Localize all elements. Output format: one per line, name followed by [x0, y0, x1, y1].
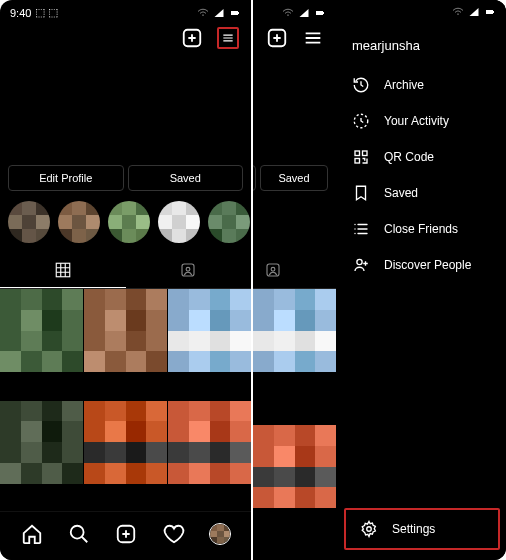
post-thumbnail[interactable]: [253, 425, 336, 508]
post-thumbnail[interactable]: [84, 401, 167, 484]
post-thumbnail[interactable]: [168, 401, 251, 484]
plus-square-icon: [115, 523, 137, 545]
nav-activity[interactable]: [162, 522, 186, 546]
list-icon: [352, 220, 370, 238]
story-highlights-row: [253, 201, 336, 253]
clock: 9:40: [10, 7, 31, 19]
edit-profile-button[interactable]: Edit Profile: [253, 165, 256, 191]
qr-icon: [352, 148, 370, 166]
signal-icon: [298, 7, 310, 19]
svg-rect-8: [316, 11, 323, 15]
menu-label: QR Code: [384, 150, 434, 164]
menu-item-archive[interactable]: Archive: [338, 67, 506, 103]
profile-tabs: [0, 253, 251, 289]
post-thumbnail[interactable]: [0, 289, 83, 372]
status-bar: 9:40 ⬚ ⬚: [253, 0, 336, 21]
new-post-button[interactable]: [266, 27, 288, 49]
saved-button[interactable]: Saved: [260, 165, 328, 191]
menu-label: Discover People: [384, 258, 471, 272]
new-post-button[interactable]: [181, 27, 203, 49]
heart-icon: [163, 523, 185, 545]
post-thumbnail[interactable]: [168, 289, 251, 372]
svg-rect-3: [56, 263, 70, 277]
svg-rect-18: [363, 151, 368, 156]
tagged-icon: [179, 261, 197, 279]
wifi-icon: [197, 7, 209, 19]
story-highlight[interactable]: [58, 201, 100, 243]
menu-item-discover[interactable]: Discover People: [338, 247, 506, 283]
story-highlight[interactable]: [208, 201, 250, 243]
menu-label: Your Activity: [384, 114, 449, 128]
menu-label: Archive: [384, 78, 424, 92]
battery-icon: [229, 7, 241, 19]
discover-icon: [352, 256, 370, 274]
activity-icon: [352, 112, 370, 130]
nav-new[interactable]: [114, 522, 138, 546]
bookmark-icon: [352, 184, 370, 202]
post-thumbnail[interactable]: [0, 401, 83, 484]
menu-item-settings[interactable]: Settings: [344, 508, 500, 550]
svg-point-5: [186, 267, 190, 271]
wifi-icon: [282, 7, 294, 19]
post-thumbnail[interactable]: [84, 289, 167, 372]
story-highlight[interactable]: [158, 201, 200, 243]
tab-tagged[interactable]: [126, 253, 252, 288]
nav-search[interactable]: [67, 522, 91, 546]
tagged-icon: [264, 261, 282, 279]
home-icon: [21, 523, 43, 545]
post-thumbnail[interactable]: [253, 289, 336, 372]
saved-button[interactable]: Saved: [128, 165, 244, 191]
svg-rect-15: [493, 11, 494, 13]
signal-icon: [468, 6, 480, 18]
profile-action-row: Edit Profile Saved: [253, 165, 336, 191]
archive-icon: [352, 76, 370, 94]
nav-profile[interactable]: [209, 523, 231, 545]
menu-label: Settings: [392, 522, 435, 536]
tab-tagged[interactable]: [253, 253, 336, 288]
svg-rect-19: [355, 159, 360, 164]
menu-item-activity[interactable]: Your Activity: [338, 103, 506, 139]
menu-label: Close Friends: [384, 222, 458, 236]
posts-grid: [253, 289, 336, 560]
status-bar: 9:40 ⬚ ⬚: [0, 0, 251, 21]
signal-icon: [213, 7, 225, 19]
svg-rect-17: [355, 151, 360, 156]
svg-rect-4: [182, 264, 194, 276]
svg-point-21: [367, 527, 372, 532]
svg-point-20: [357, 259, 362, 264]
menu-username: mearjunsha: [338, 32, 506, 67]
tab-grid[interactable]: [0, 253, 126, 288]
profile-tabs: [253, 253, 336, 289]
svg-point-6: [71, 526, 84, 539]
story-highlight[interactable]: [8, 201, 50, 243]
menu-item-saved[interactable]: Saved: [338, 175, 506, 211]
hamburger-menu-button[interactable]: [302, 27, 324, 49]
wifi-icon: [452, 6, 464, 18]
shifted-profile-content: 9:40 ⬚ ⬚ Edit Profile Saved: [253, 0, 336, 560]
svg-rect-0: [231, 11, 238, 15]
nav-home[interactable]: [20, 522, 44, 546]
grid-icon: [54, 261, 72, 279]
menu-item-close-friends[interactable]: Close Friends: [338, 211, 506, 247]
story-highlights-row: [0, 201, 251, 253]
menu-label: Saved: [384, 186, 418, 200]
status-bar-overlay: [338, 0, 506, 20]
profile-action-row: Edit Profile Saved: [0, 165, 251, 191]
status-extra: ⬚ ⬚: [35, 6, 58, 19]
bottom-nav: [0, 511, 251, 560]
menu-item-qr[interactable]: QR Code: [338, 139, 506, 175]
svg-rect-12: [267, 264, 279, 276]
hamburger-menu-button[interactable]: [217, 27, 239, 49]
battery-icon: [484, 6, 496, 18]
edit-profile-button[interactable]: Edit Profile: [8, 165, 124, 191]
profile-header: [253, 21, 336, 55]
side-menu-panel: mearjunsha Archive Your Activity QR Code…: [338, 0, 506, 560]
story-highlight[interactable]: [108, 201, 150, 243]
profile-info-area: [0, 55, 251, 165]
gear-icon: [360, 520, 378, 538]
svg-rect-9: [323, 12, 324, 14]
posts-grid: [0, 289, 251, 511]
phone-screenshot-left: 9:40 ⬚ ⬚ Edit Profile Saved: [0, 0, 251, 560]
svg-rect-1: [238, 12, 239, 14]
profile-header: [0, 21, 251, 55]
